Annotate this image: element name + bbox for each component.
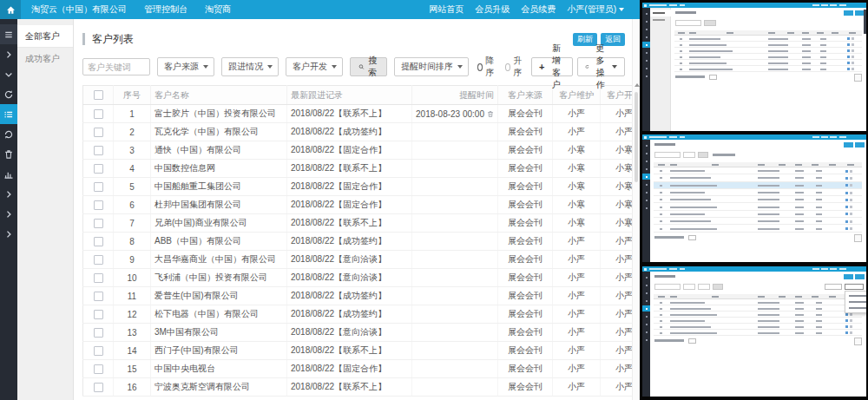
cell-source: 展会会刊: [498, 141, 553, 160]
rail-item-history-icon[interactable]: [0, 84, 17, 104]
thumb-text-bar: [646, 21, 648, 23]
sort-desc-radio[interactable]: 降序: [477, 55, 496, 79]
chevron-right-icon: [3, 229, 14, 239]
topbar-console-menu[interactable]: 管理控制台: [144, 3, 187, 16]
thumb-text-bar: [795, 228, 804, 230]
chevron-down-icon: [612, 65, 617, 69]
thumb-box: [713, 284, 723, 290]
thumb-text-bar: [816, 308, 822, 310]
row-checkbox[interactable]: [94, 310, 103, 319]
topbar-member-renew-link[interactable]: 会员续费: [521, 3, 556, 16]
cell-remind: [412, 378, 498, 397]
remind-time-sort-select[interactable]: 提醒时间排序: [394, 57, 469, 76]
sidebar-item-all-customers[interactable]: 全部客户: [17, 25, 73, 48]
customer-list-icon: [3, 109, 14, 120]
row-checkbox[interactable]: [94, 164, 103, 174]
rail-item-customer-list-icon[interactable]: [0, 104, 17, 124]
main-scrollbar[interactable]: [632, 19, 640, 400]
rail-item-chevron-right-icon[interactable]: [0, 224, 17, 244]
cell-remind: [412, 178, 498, 196]
row-checkbox[interactable]: [94, 109, 103, 119]
cell-source: 展会会刊: [498, 378, 553, 397]
keyword-input[interactable]: [82, 58, 150, 75]
row-checkbox[interactable]: [94, 364, 103, 374]
customer-source-select[interactable]: 客户来源: [157, 57, 214, 76]
cell-remind: [412, 287, 498, 305]
sidebar-item-success-customers[interactable]: 成功客户: [17, 48, 73, 69]
table-row: 4中国数控信息网2018/08/22【联系不上】展会会刊小寒小寒: [83, 160, 698, 178]
remove-reminder-icon[interactable]: [487, 110, 494, 118]
cell-name: 瓦克化学（中国）有限公司: [151, 123, 287, 141]
row-checkbox[interactable]: [94, 219, 103, 228]
thumb-text-bar: [839, 136, 846, 138]
thumb-text-bar: [646, 200, 648, 201]
topbar-site-home-link[interactable]: 网站首页: [429, 3, 464, 16]
follow-status-select[interactable]: 跟进情况: [221, 57, 279, 76]
thumb-text-bar: [660, 170, 662, 172]
thumb-text-bar: [670, 207, 717, 208]
row-checkbox[interactable]: [94, 146, 103, 155]
row-checkbox[interactable]: [94, 255, 103, 265]
home-icon[interactable]: [0, 0, 21, 19]
topbar-member-upgrade-link[interactable]: 会员升级: [475, 3, 510, 16]
remind-time: 2018-08-23 00:00: [416, 109, 484, 119]
col-header-name: 客户名称: [151, 86, 287, 105]
scrollbar-thumb[interactable]: [635, 92, 638, 182]
rail-item-stats-icon[interactable]: [0, 164, 17, 184]
row-checkbox[interactable]: [94, 200, 103, 210]
more-actions-button[interactable]: 更多操作: [577, 57, 625, 76]
rail-item-chevron-right-icon[interactable]: [0, 44, 17, 64]
cell-no: 13: [114, 324, 151, 342]
thumb-text-bar: [646, 13, 648, 15]
cell-name: 松下电器（中国）有限公司: [151, 305, 287, 324]
thumb-text-bar: [660, 185, 662, 187]
row-checkbox[interactable]: [94, 328, 103, 338]
cell-no: 9: [114, 251, 151, 269]
rail-item-trash-icon[interactable]: [0, 144, 17, 164]
topbar-user-menu[interactable]: 小严(管理员): [567, 3, 624, 16]
thumb-text-bar: [758, 192, 779, 193]
rail-item-chevron-right-icon[interactable]: [0, 184, 17, 204]
topbar-mall-menu[interactable]: 淘贸商: [205, 3, 231, 16]
cell-record: 2018/08/22【成功签约】: [287, 305, 412, 324]
thumb-text-bar: [830, 4, 837, 6]
row-checkbox[interactable]: [94, 182, 103, 192]
rail-item-refresh-circle-icon[interactable]: [0, 124, 17, 144]
cell-keeper: 小严: [553, 342, 601, 360]
row-checkbox[interactable]: [94, 128, 103, 137]
thumb-text-bar: [758, 296, 765, 298]
add-customer-button[interactable]: +新增客户: [531, 57, 573, 76]
thumb-text-bar: [680, 56, 682, 58]
page-title: 客户列表: [82, 33, 134, 45]
thumb-text-bar: [649, 4, 667, 6]
thumb-text-bar: [852, 37, 854, 40]
row-checkbox[interactable]: [94, 292, 103, 301]
filter-toolbar: 客户来源 跟进情况 客户开发 搜索 提醒时间排序 降序 升序 +新增客户 更多操…: [82, 56, 625, 77]
search-button[interactable]: 搜索: [350, 57, 387, 76]
row-checkbox[interactable]: [94, 237, 103, 246]
trash-icon: [3, 149, 14, 160]
table-row: 6杜邦中国集团有限公司2018/08/22【固定合作】展会会刊小寒小寒: [83, 196, 698, 214]
screenshot-thumbnail-3[interactable]: [642, 266, 866, 397]
thumb-text-bar: [646, 285, 648, 286]
home-icon-glyph: [6, 5, 16, 15]
screenshot-thumbnail-1[interactable]: [642, 3, 866, 131]
thumb-text-bar: [802, 32, 809, 34]
rail-item-menu-icon[interactable]: [0, 24, 17, 44]
select-all-checkbox[interactable]: [94, 90, 103, 100]
thumb-text-bar: [680, 50, 682, 52]
row-checkbox[interactable]: [94, 383, 103, 392]
cell-record: 2018/08/22【联系不上】: [287, 378, 412, 397]
row-checkbox[interactable]: [94, 346, 103, 356]
topbar-company-menu[interactable]: 淘贸云（中国）有限公司: [31, 3, 127, 16]
rail-item-chevron-right-icon[interactable]: [0, 204, 17, 224]
customer-table-body: 1富士胶片（中国）投资有限公司2018/08/22【联系不上】2018-08-2…: [83, 105, 698, 397]
customer-develop-select[interactable]: 客户开发: [286, 57, 343, 76]
thumb-text-bar: [758, 326, 779, 328]
screenshot-thumbnail-2[interactable]: [642, 134, 866, 262]
rail-item-chevron-down-icon[interactable]: [0, 64, 17, 84]
row-checkbox[interactable]: [94, 273, 103, 283]
topbar-right-menu: 网站首页 会员升级 会员续费 小严(管理员): [429, 3, 624, 16]
sort-asc-radio[interactable]: 升序: [505, 55, 524, 79]
thumb-text-bar: [670, 220, 711, 222]
